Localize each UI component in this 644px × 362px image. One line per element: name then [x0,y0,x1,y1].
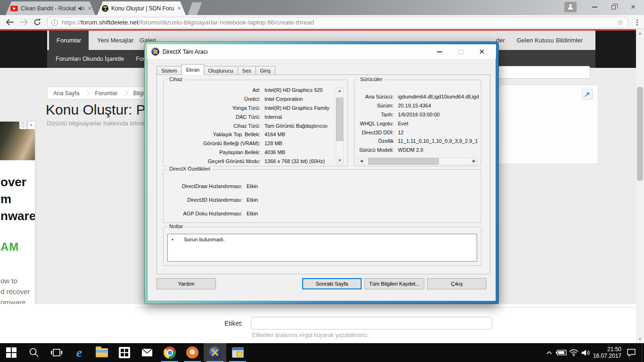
driver-row: Ana Sürücü:igdumdim64.dll,igd10iumd64.dl… [356,92,479,101]
window-restore-button[interactable] [605,0,621,14]
scroll-down-icon[interactable]: ▼ [336,157,343,164]
chrome-taskbar-icon[interactable] [158,343,181,362]
edge-icon[interactable]: e [68,343,91,362]
store-icon[interactable] [113,343,136,362]
browser-toolbar: i https://forum.shiftdelete.net/forums/d… [0,15,644,29]
ad-info-icon[interactable]: ⓘ [19,122,27,129]
device-row: DAC Türü:Internal [165,112,333,121]
task-view-icon[interactable] [45,343,68,362]
group-title: DirectX Özellikleri [167,166,212,172]
wifi-icon[interactable] [568,343,580,362]
device-row: Üretici:Intel Corporation [165,95,333,104]
tab-giris[interactable]: Giriş [256,66,276,75]
file-explorer-icon[interactable] [91,343,113,362]
breadcrumb-forums[interactable]: Forumlar [89,90,123,97]
url-bar[interactable]: i https://forum.shiftdelete.net/forums/d… [47,17,628,28]
divider [134,307,636,308]
tab-ses[interactable]: Ses [238,66,256,75]
tab-title: Clean Bandit - Rockab [21,5,76,12]
tag-help-text: Etiketleri aralarına virgül koyarak yaza… [252,332,369,338]
nav-item-new-messages[interactable]: Yeni Mesajlar [97,31,134,50]
share-icon[interactable] [582,89,593,99]
directx-icon [151,48,159,56]
scroll-left-icon[interactable]: ◀ [358,158,365,165]
scroll-right-icon[interactable]: ▶ [471,158,478,165]
help-button[interactable]: Yardım [157,278,216,289]
browser-tab-1[interactable]: Clean Bandit - Rockab × [6,1,95,15]
device-row: Geçerli Görüntü Modu:644 x 362 (32 bit)… [165,156,333,165]
volume-icon[interactable] [580,343,592,362]
url-host: forum.shiftdelete.net [81,19,139,26]
nav-item-forums[interactable]: Forumlar [49,31,89,50]
tab-olusturucu[interactable]: Oluşturucu [204,66,238,75]
feature-row: AGP Doku Hızlandırması:Etkin [165,207,477,221]
drivers-group: Sürücüler Ana Sürücü:igdumdim64.dll,igd1… [354,80,481,166]
tab-audio-icon[interactable] [78,6,84,11]
driver-row: Direct3D DDI:12 [356,128,479,137]
installer-app-icon[interactable] [226,343,249,362]
show-desktop-button[interactable] [642,343,644,362]
tag-input[interactable] [251,317,492,329]
site-search-input[interactable] [495,66,590,79]
scroll-up-icon[interactable]: ▲ [336,87,343,94]
tray-chevron-icon[interactable] [543,343,555,362]
orange-app-icon[interactable] [181,343,204,362]
browser-tab-2[interactable]: Konu Oluştur | SDN Foru × [97,1,186,15]
url-scheme: https:// [62,19,81,26]
action-center-icon[interactable] [625,343,637,362]
thread-form-section: Etiket: Etiketleri aralarına virgül koya… [0,304,636,343]
reload-icon[interactable] [31,16,43,28]
sdn-favicon [102,5,108,12]
browser-menu-icon[interactable] [633,18,641,26]
tab-sistem[interactable]: Sistem [157,66,182,75]
scrollbar-thumb[interactable] [336,98,343,141]
drivers-scrollbar[interactable]: ◀ ▶ [357,157,478,165]
dxdiag-dialog: DirectX Tanı Aracı ✕ Sistem Ekran Oluştu… [144,41,499,304]
note-bullet: • [172,237,184,242]
notes-listbox[interactable]: • Sorun bulunmadı. [167,234,477,262]
scrollbar-thumb[interactable] [368,158,439,165]
scrollbar-thumb[interactable] [637,87,643,181]
start-button[interactable] [0,343,23,362]
exit-button[interactable]: Çıkış [427,278,487,289]
breadcrumb: Ana Sayfa Forumlar Bilgisayar [47,87,149,99]
next-page-button[interactable]: Sonraki Sayfa [302,278,362,289]
dialog-minimize-button[interactable] [432,47,447,57]
ad-headline: over m nware [0,173,35,224]
page-info-icon[interactable]: i [51,19,58,26]
youtube-favicon [10,6,18,11]
dialog-close-button[interactable]: ✕ [474,47,489,57]
subnav-mark-read[interactable]: Forumları Okundu İşaretle [56,50,124,68]
save-all-info-button[interactable]: Tüm Bilgileri Kaydet... [364,278,424,289]
tab-page: Cihaz Ad:Intel(R) HD Graphics 520 Üretic… [157,74,490,274]
back-icon[interactable] [4,16,16,28]
new-tab-button[interactable] [188,2,202,15]
taskbar-search-icon[interactable] [23,343,45,362]
directx-taskbar-icon[interactable] [204,343,226,362]
scroll-down-icon[interactable]: ▼ [636,335,644,343]
tab-close-icon[interactable]: × [177,5,181,11]
profile-icon[interactable] [564,2,577,12]
tab-close-icon[interactable]: × [88,5,91,11]
breadcrumb-home[interactable]: Ana Sayfa [48,90,85,97]
window-close-button[interactable]: × [625,0,641,14]
forward-icon[interactable] [18,16,30,28]
battery-icon[interactable] [555,343,568,362]
nav-item-inbox[interactable]: Gelen Kutusu [517,31,554,50]
device-row: Paylaşılan Bellek:4036 MB [165,148,333,157]
browser-scrollbar[interactable]: ▲ ▼ [636,29,644,343]
tab-ekran[interactable]: Ekran [182,64,205,75]
device-scrollbar[interactable]: ▲ ▼ [336,87,344,165]
driver-row: Özellik11_1,11_0,10_1,10_0,9_3,9_2,9_1 [356,137,479,146]
clock[interactable]: 21:50 16.07.2017 [592,346,621,359]
note-text: Sorun bulunmadı. [184,237,225,242]
dialog-titlebar[interactable]: DirectX Tanı Aracı ✕ [147,44,496,59]
dialog-maximize-button[interactable] [454,47,469,57]
nav-item-alerts[interactable]: Bildirimler [556,31,583,50]
ad-close-icon[interactable]: × [27,122,35,129]
window-minimize-button[interactable] [586,0,603,14]
bookmark-star-icon[interactable]: ☆ [617,18,624,27]
mail-icon[interactable] [136,343,158,362]
scroll-up-icon[interactable]: ▲ [636,29,644,37]
page-subtitle: Dizüstü bilgisayarlar hakkında bilmek is… [47,120,159,127]
